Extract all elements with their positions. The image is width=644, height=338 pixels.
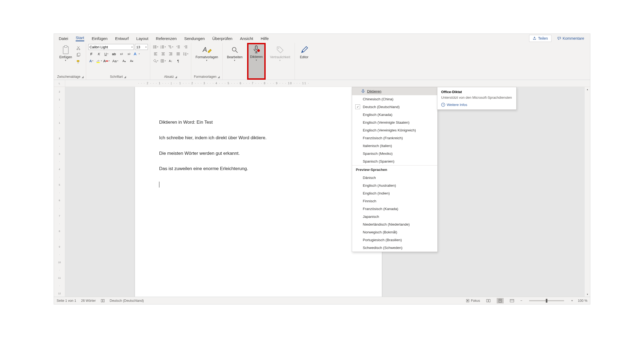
language-option[interactable]: Spanisch (Spanien) xyxy=(352,157,437,165)
bold-button[interactable]: F xyxy=(88,51,95,57)
ruler-tick: 4 xyxy=(59,166,60,173)
share-button[interactable]: Teilen xyxy=(529,35,551,42)
editor-label: Editor xyxy=(300,55,308,59)
preview-language-option[interactable]: Dänisch xyxy=(352,174,437,182)
menu-entwurf[interactable]: Entwurf xyxy=(111,35,133,42)
zoom-in[interactable]: + xyxy=(571,299,573,303)
menu-sendungen[interactable]: Sendungen xyxy=(180,35,208,42)
align-center-button[interactable] xyxy=(160,51,166,57)
status-page[interactable]: Seite 1 von 1 xyxy=(57,299,76,303)
dictate-button[interactable]: Diktieren ▾ xyxy=(248,44,264,62)
zoom-level[interactable]: 100 % xyxy=(578,299,587,303)
superscript-button[interactable]: x2 xyxy=(126,51,132,57)
language-option[interactable]: Italienisch (Italien) xyxy=(352,142,437,150)
numbering-button[interactable]: 123▾ xyxy=(160,44,166,50)
view-web-layout[interactable] xyxy=(508,298,515,303)
format-painter-button[interactable] xyxy=(75,59,82,65)
menu-start[interactable]: Start xyxy=(72,34,88,43)
increase-indent-button[interactable] xyxy=(182,44,189,50)
language-option[interactable]: Französisch (Frankreich) xyxy=(352,134,437,142)
subscript-button[interactable]: x2 xyxy=(118,51,125,57)
styles-button[interactable]: A Formatvorlagen ▾ xyxy=(193,44,220,63)
svg-rect-33 xyxy=(162,53,165,53)
strikethrough-button[interactable]: ab xyxy=(111,51,117,57)
decrease-indent-button[interactable] xyxy=(175,44,181,50)
preview-language-option[interactable]: Englisch (Australien) xyxy=(352,182,437,189)
sort-button[interactable]: A↓ xyxy=(167,58,174,64)
menu-einfuegen[interactable]: Einfügen xyxy=(88,35,111,42)
preview-language-option[interactable]: Norwegisch (Bokmål) xyxy=(352,228,437,236)
zoom-thumb[interactable] xyxy=(546,299,547,303)
zoom-out[interactable]: − xyxy=(520,299,522,303)
shading-button[interactable]: ▾ xyxy=(152,58,159,64)
language-option[interactable]: Englisch (Kanada) xyxy=(352,111,437,119)
language-option[interactable]: Englisch (Vereinigte Staaten) xyxy=(352,119,437,126)
zoom-slider[interactable] xyxy=(529,300,564,301)
show-marks-button[interactable]: ¶ xyxy=(175,58,181,64)
dialog-launcher-icon[interactable]: ◢ xyxy=(82,75,84,78)
font-color-button[interactable]: A▾ xyxy=(103,58,110,64)
language-option[interactable]: Englisch (Vereinigtes Königreich) xyxy=(352,126,437,134)
vertical-scrollbar[interactable]: ▴ ▾ xyxy=(585,87,590,297)
text-effects-button[interactable]: A▾ xyxy=(133,51,140,57)
preview-language-option[interactable]: Japanisch xyxy=(352,213,437,221)
editing-button[interactable]: Bearbeiten ▾ xyxy=(225,44,245,63)
line-spacing-button[interactable]: ▾ xyxy=(182,51,189,57)
vertical-ruler[interactable]: 21··1·2·3·4·5·6·7·8·9·10·11·12 xyxy=(54,87,65,297)
menu-ueberpruefen[interactable]: Überprüfen xyxy=(208,35,236,42)
change-case-button[interactable]: Aa▾ xyxy=(111,58,120,64)
language-option[interactable]: Deutsch (Deutschland) xyxy=(352,103,437,111)
grow-font-button[interactable]: A▴ xyxy=(121,58,127,64)
preview-language-option[interactable]: Französisch (Kanada) xyxy=(352,205,437,213)
view-print-layout[interactable] xyxy=(497,298,504,303)
menu-datei[interactable]: Datei xyxy=(55,35,72,42)
menu-hilfe[interactable]: Hilfe xyxy=(257,35,272,42)
view-read-mode[interactable] xyxy=(485,298,492,303)
justify-button[interactable] xyxy=(175,51,181,57)
status-focus[interactable]: Fokus xyxy=(466,299,480,303)
dropdown-header[interactable]: Diktieren xyxy=(352,87,437,95)
bullets-button[interactable]: ▾ xyxy=(152,44,159,50)
status-spellcheck[interactable] xyxy=(101,299,105,303)
preview-language-option[interactable]: Schwedisch (Schweden) xyxy=(352,244,437,252)
multilevel-list-button[interactable]: ▾ xyxy=(167,44,174,50)
horizontal-ruler[interactable]: L · · · 2 · · · 1 · · · | · · 1 · · · 2 … xyxy=(54,80,590,87)
svg-rect-22 xyxy=(169,47,171,47)
comments-button[interactable]: Kommentare xyxy=(554,35,587,42)
font-family-combo[interactable]: Calibri Light▾ xyxy=(88,44,134,50)
status-language[interactable]: Deutsch (Deutschland) xyxy=(110,299,144,303)
italic-button[interactable]: K xyxy=(96,51,102,57)
menu-layout[interactable]: Layout xyxy=(133,35,152,42)
text-style-button[interactable]: A▾ xyxy=(88,58,95,64)
language-option[interactable]: Chinesisch (China) xyxy=(352,95,437,103)
sensitivity-button[interactable]: Vertraulichkeit ▾ xyxy=(268,44,292,63)
scroll-up-icon[interactable]: ▴ xyxy=(585,87,590,92)
tooltip-more-link[interactable]: ? Weitere Infos xyxy=(441,103,513,107)
borders-button[interactable]: ▾ xyxy=(160,58,166,64)
dialog-launcher-icon[interactable]: ◢ xyxy=(218,75,220,78)
preview-language-option[interactable]: Niederländisch (Niederlande) xyxy=(352,221,437,228)
preview-language-option[interactable]: Portugiesisch (Brasilien) xyxy=(352,236,437,244)
copy-button[interactable] xyxy=(75,52,82,58)
dialog-launcher-icon[interactable]: ◢ xyxy=(124,75,126,78)
shrink-font-button[interactable]: A▾ xyxy=(129,58,135,64)
menu-referenzen[interactable]: Referenzen xyxy=(152,35,181,42)
highlight-button[interactable]: ▾ xyxy=(96,58,102,64)
editor-button[interactable]: Editor xyxy=(297,44,312,60)
preview-language-option[interactable]: Englisch (Indien) xyxy=(352,189,437,197)
align-right-button[interactable] xyxy=(167,51,174,57)
status-word-count[interactable]: 26 Wörter xyxy=(81,299,96,303)
align-left-button[interactable] xyxy=(152,51,159,57)
preview-language-option[interactable]: Finnisch xyxy=(352,197,437,205)
menubar: Datei Start Einfügen Entwurf Layout Refe… xyxy=(54,34,590,43)
language-option[interactable]: Spanisch (Mexiko) xyxy=(352,150,437,157)
dialog-launcher-icon[interactable]: ◢ xyxy=(175,75,177,78)
menu-ansicht[interactable]: Ansicht xyxy=(236,35,257,42)
document-page[interactable]: Diktieren in Word: Ein Test Ich schreibe… xyxy=(135,87,382,297)
page-content[interactable]: Diktieren in Word: Ein Test Ich schreibe… xyxy=(135,87,382,229)
cut-button[interactable] xyxy=(75,45,82,51)
font-size-combo[interactable]: 13▾ xyxy=(135,44,148,50)
underline-button[interactable]: U▾ xyxy=(103,51,110,57)
paste-button[interactable]: Einfügen ▾ xyxy=(57,44,74,63)
scroll-down-icon[interactable]: ▾ xyxy=(585,292,590,297)
